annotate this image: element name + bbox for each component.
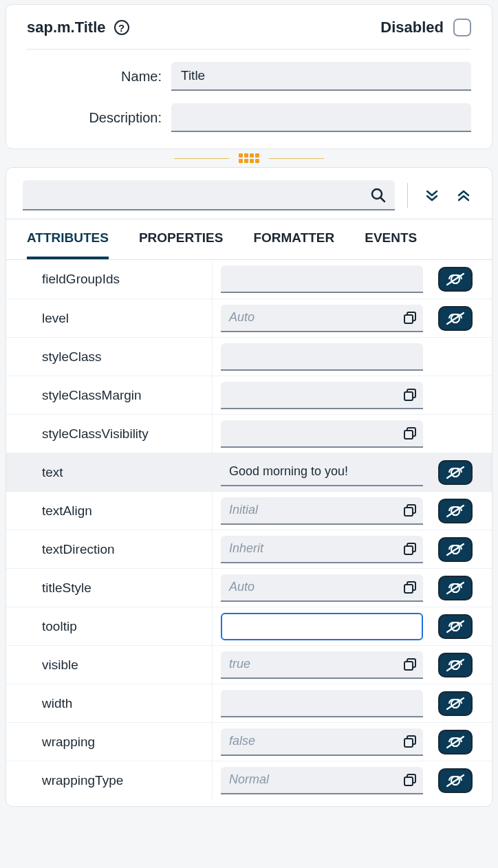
- collapse-all-button[interactable]: [452, 184, 475, 207]
- header-top: sap.m.Title ? Disabled: [27, 19, 471, 50]
- attribute-value-input[interactable]: Auto: [221, 574, 423, 602]
- search-icon[interactable]: [370, 187, 387, 204]
- attribute-value-cell: [213, 382, 431, 409]
- tabs: ATTRIBUTES PROPERTIES FORMATTER EVENTS: [6, 219, 492, 260]
- attribute-row: styleClassVisibility: [6, 414, 492, 453]
- resize-divider[interactable]: [6, 153, 492, 163]
- description-label: Description:: [27, 110, 171, 126]
- attribute-value-text: Auto: [229, 580, 402, 594]
- attribute-list: fieldGroupIdslevelAutostyleClassstyleCla…: [6, 260, 492, 799]
- attribute-value-cell: Good morning to you!: [213, 459, 431, 486]
- value-help-icon[interactable]: [402, 657, 418, 672]
- attribute-name: fieldGroupIds: [6, 260, 213, 299]
- attribute-value-cell: Inherit: [213, 536, 431, 563]
- attribute-row: visibletrue: [6, 645, 492, 684]
- binding-button[interactable]: [438, 691, 473, 716]
- binding-button[interactable]: [438, 653, 473, 677]
- tab-formatter[interactable]: FORMATTER: [253, 230, 334, 259]
- attribute-value-input[interactable]: [221, 343, 423, 371]
- attribute-value-cell: Auto: [213, 305, 431, 332]
- attribute-value-text: Good morning to you!: [229, 464, 418, 479]
- expand-all-button[interactable]: [420, 184, 444, 207]
- attribute-name: textDirection: [6, 530, 213, 568]
- tab-events[interactable]: EVENTS: [365, 230, 417, 259]
- attribute-row: textDirectionInherit: [6, 530, 492, 568]
- attribute-value-cell: Initial: [213, 497, 431, 525]
- tab-properties[interactable]: PROPERTIES: [139, 230, 223, 259]
- value-help-icon[interactable]: [402, 503, 418, 518]
- name-row: Name:: [27, 62, 471, 91]
- attribute-value-input[interactable]: Auto: [221, 305, 423, 332]
- binding-button[interactable]: [438, 537, 473, 562]
- value-help-icon[interactable]: [402, 426, 418, 441]
- attribute-action-cell: [431, 653, 479, 677]
- attribute-action-cell: [431, 267, 479, 292]
- attribute-value-input[interactable]: [221, 420, 423, 448]
- attribute-value-cell: [213, 613, 431, 640]
- binding-button[interactable]: [438, 267, 473, 292]
- attribute-row: textAlignInitial: [6, 491, 492, 530]
- attribute-row: titleStyleAuto: [6, 568, 492, 607]
- attribute-name: wrappingType: [6, 761, 213, 799]
- attribute-value-text: Inherit: [229, 541, 402, 556]
- disabled-checkbox[interactable]: [453, 19, 471, 36]
- separator: [407, 183, 408, 208]
- binding-button[interactable]: [438, 730, 473, 755]
- attribute-action-cell: [431, 499, 479, 523]
- attribute-value-input[interactable]: [221, 382, 423, 409]
- attribute-row: wrappingfalse: [6, 722, 492, 761]
- attribute-value-cell: [213, 690, 431, 717]
- attribute-value-text: Initial: [229, 503, 402, 517]
- attribute-name: styleClassMargin: [6, 376, 213, 414]
- binding-button[interactable]: [438, 499, 473, 523]
- attribute-name: textAlign: [6, 492, 213, 530]
- help-icon[interactable]: ?: [114, 20, 129, 35]
- attribute-value-cell: true: [213, 651, 431, 679]
- value-help-icon[interactable]: [402, 310, 418, 325]
- attribute-value-cell: [213, 265, 431, 293]
- attribute-value-input[interactable]: true: [221, 651, 423, 679]
- tab-attributes[interactable]: ATTRIBUTES: [27, 230, 109, 259]
- attribute-value-cell: Normal: [213, 767, 431, 794]
- attribute-value-cell: Auto: [213, 574, 431, 602]
- attribute-value-input[interactable]: [221, 613, 423, 640]
- value-help-icon[interactable]: [402, 541, 418, 556]
- attribute-name: titleStyle: [6, 569, 213, 607]
- attribute-action-cell: [431, 691, 479, 716]
- value-help-icon[interactable]: [402, 772, 418, 788]
- header-left: sap.m.Title ?: [27, 19, 129, 36]
- binding-button[interactable]: [438, 768, 473, 793]
- attribute-row: tooltip: [6, 607, 492, 645]
- attribute-action-cell: [431, 614, 479, 639]
- disabled-label: Disabled: [380, 19, 444, 36]
- attribute-name: visible: [6, 646, 213, 684]
- attribute-action-cell: [431, 768, 479, 793]
- attribute-name: text: [6, 453, 213, 491]
- binding-button[interactable]: [438, 614, 473, 639]
- attribute-value-input[interactable]: Inherit: [221, 536, 423, 563]
- attribute-value-text: true: [229, 657, 402, 671]
- toolbar: [6, 168, 492, 219]
- binding-button[interactable]: [438, 306, 473, 331]
- value-help-icon[interactable]: [402, 580, 418, 595]
- attribute-name: wrapping: [6, 723, 213, 761]
- attribute-value-input[interactable]: Initial: [221, 497, 423, 525]
- binding-button[interactable]: [438, 576, 473, 600]
- description-input[interactable]: [171, 103, 471, 132]
- attribute-row: textGood morning to you!: [6, 453, 492, 491]
- value-help-icon[interactable]: [402, 734, 418, 749]
- attribute-row: fieldGroupIds: [6, 260, 492, 299]
- binding-button[interactable]: [438, 460, 473, 485]
- name-input[interactable]: [171, 62, 471, 91]
- value-help-icon[interactable]: [402, 387, 418, 402]
- attribute-value-input[interactable]: Normal: [221, 767, 423, 794]
- attribute-row: wrappingTypeNormal: [6, 761, 492, 799]
- attribute-value-input[interactable]: false: [221, 728, 423, 756]
- search-input[interactable]: [23, 180, 395, 210]
- attribute-value-input[interactable]: Good morning to you!: [221, 459, 423, 486]
- attribute-value-input[interactable]: [221, 265, 423, 293]
- attribute-row: styleClassMargin: [6, 376, 492, 414]
- header-panel: sap.m.Title ? Disabled Name: Description…: [6, 4, 492, 149]
- attribute-name: level: [6, 299, 213, 337]
- attribute-value-input[interactable]: [221, 690, 423, 717]
